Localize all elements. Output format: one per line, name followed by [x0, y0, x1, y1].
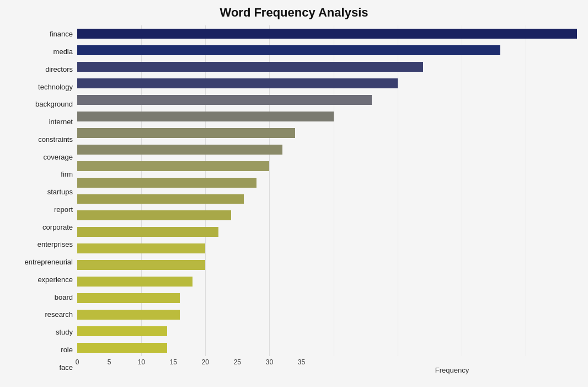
x-tick: 25: [234, 358, 241, 366]
bar: [77, 62, 423, 72]
y-label: finance: [50, 30, 73, 38]
bar-row: [77, 273, 577, 290]
x-axis-label: Frequency: [327, 366, 577, 374]
bar-row: [77, 224, 577, 240]
y-label: coverage: [44, 153, 73, 161]
x-tick: 5: [108, 358, 111, 366]
y-label: experience: [38, 276, 73, 283]
bar: [77, 310, 180, 320]
bar: [77, 293, 180, 303]
bar-row: [77, 141, 577, 158]
bar-row: [77, 323, 577, 340]
bar-row: [77, 257, 577, 273]
bar-row: [77, 174, 577, 191]
bar-row: [77, 108, 577, 125]
bar: [77, 260, 205, 270]
bar-row: [77, 306, 577, 323]
chart-area: financemediadirectorstechnologybackgroun…: [11, 25, 577, 376]
bar-row: [77, 75, 577, 92]
y-label: face: [59, 364, 73, 371]
bar-row: [77, 92, 577, 108]
y-label: technology: [38, 83, 73, 91]
y-label: internet: [49, 118, 73, 125]
chart-title: Word Frequency Analysis: [220, 6, 368, 20]
chart-container: Word Frequency Analysis financemediadire…: [0, 0, 588, 387]
y-axis-labels: financemediadirectorstechnologybackgroun…: [11, 25, 77, 376]
bars-wrapper: [77, 25, 577, 356]
y-label: media: [54, 48, 73, 55]
bar: [77, 45, 500, 55]
y-label: enterprises: [38, 241, 73, 248]
bar-row: [77, 25, 577, 42]
bar: [77, 227, 218, 237]
bar: [77, 194, 244, 204]
bar: [77, 210, 231, 220]
x-tick: 15: [170, 358, 177, 366]
y-label: report: [54, 206, 73, 213]
bar-row: [77, 42, 577, 59]
y-label: role: [61, 346, 73, 353]
bar: [77, 326, 167, 336]
y-label: research: [45, 311, 73, 318]
bar-row: [77, 59, 577, 75]
bar: [77, 343, 167, 353]
y-label: entrepreneurial: [25, 258, 73, 266]
bar: [77, 178, 256, 188]
x-tick: 35: [298, 358, 305, 366]
bar-row: [77, 240, 577, 257]
bar-row: [77, 125, 577, 141]
y-label: board: [55, 294, 73, 301]
bar: [77, 112, 334, 121]
y-label: startups: [47, 188, 73, 195]
bar-row: [77, 340, 577, 356]
y-label: background: [35, 100, 73, 108]
x-axis: 05101520253035 Frequency: [77, 356, 577, 376]
y-label: corporate: [42, 224, 73, 231]
bars-and-xaxis: 05101520253035 Frequency: [77, 25, 577, 376]
bar: [77, 128, 295, 138]
bar: [77, 145, 282, 155]
x-tick: 20: [202, 358, 209, 366]
bar: [77, 243, 205, 253]
y-label: constraints: [38, 136, 73, 143]
bar: [77, 29, 577, 39]
bar-row: [77, 290, 577, 306]
x-tick: 0: [76, 358, 79, 366]
bar: [77, 95, 372, 105]
bar: [77, 78, 398, 88]
bar-row: [77, 207, 577, 224]
x-tick: 30: [266, 358, 273, 366]
bar: [77, 277, 193, 287]
bar: [77, 161, 269, 171]
x-tick: 10: [137, 358, 145, 366]
bar-row: [77, 158, 577, 174]
y-label: firm: [61, 171, 73, 178]
y-label: directors: [45, 66, 73, 73]
y-label: study: [56, 328, 73, 336]
bar-row: [77, 191, 577, 208]
